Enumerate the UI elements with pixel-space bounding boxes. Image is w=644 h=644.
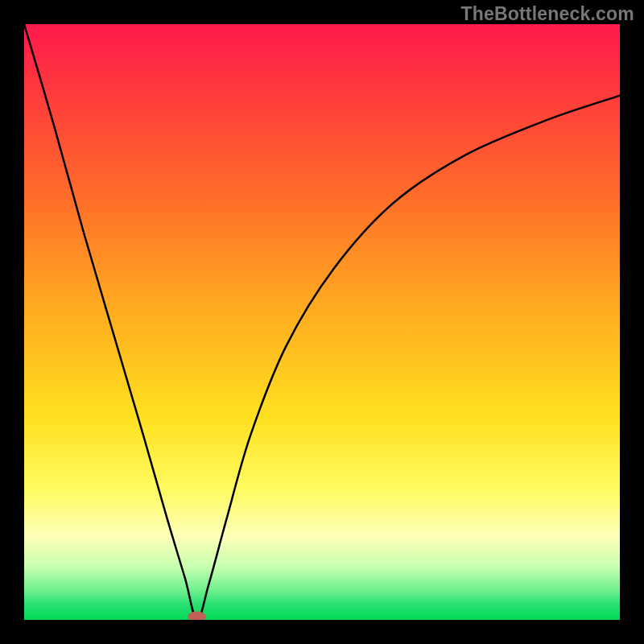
watermark-text: TheBottleneck.com <box>460 3 634 25</box>
plot-area <box>24 24 620 620</box>
chart-frame: TheBottleneck.com <box>0 0 644 644</box>
bottleneck-curve-line <box>24 24 620 620</box>
minimum-marker <box>188 612 206 620</box>
bottleneck-curve-svg <box>24 24 620 620</box>
